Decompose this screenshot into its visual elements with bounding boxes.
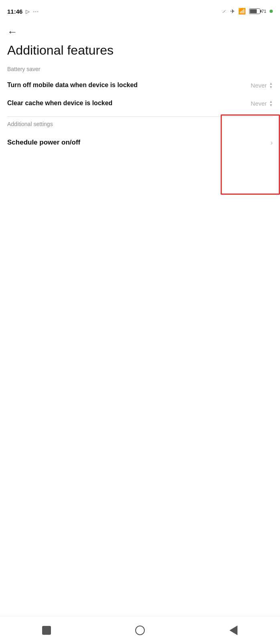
clear-cache-chevron: ▲ ▼ [269, 100, 273, 107]
square-icon [42, 626, 51, 635]
battery-box [249, 8, 260, 14]
home-button[interactable] [128, 622, 152, 638]
back-button[interactable]: ← [7, 26, 18, 37]
section-divider [7, 116, 273, 117]
mobile-data-label: Turn off mobile data when device is lock… [7, 81, 241, 90]
status-time: 11:46 [7, 8, 22, 15]
clear-cache-value: Never [251, 100, 267, 107]
status-right: ⟋ ✈ 📶 71 [221, 8, 273, 15]
circle-icon [135, 626, 145, 635]
back-area: ← [0, 21, 280, 39]
status-bar: 11:46 ▷ ··· ⟋ ✈ 📶 71 [0, 0, 280, 21]
location-icon: ⟋ [221, 8, 227, 14]
schedule-power-chevron: › [270, 139, 273, 147]
clear-cache-control[interactable]: Never ▲ ▼ [241, 100, 273, 107]
battery-container: 71 [249, 8, 266, 14]
additional-settings-label: Additional settings [7, 121, 273, 127]
battery-saver-label: Battery saver [7, 66, 273, 72]
clear-cache-row[interactable]: Clear cache when device is locked Never … [7, 94, 273, 112]
additional-settings-section: Additional settings [0, 121, 280, 127]
mobile-data-value: Never [251, 82, 267, 89]
green-dot [270, 10, 273, 13]
recent-apps-button[interactable] [34, 622, 59, 638]
battery-fill [250, 9, 257, 13]
triangle-icon [229, 626, 237, 635]
mobile-data-chevron: ▲ ▼ [269, 82, 273, 89]
mobile-data-row[interactable]: Turn off mobile data when device is lock… [7, 76, 273, 94]
schedule-power-row[interactable]: Schedule power on/off › [0, 131, 280, 154]
status-left: 11:46 ▷ ··· [7, 8, 39, 15]
clear-cache-label: Clear cache when device is locked [7, 99, 241, 108]
page-title: Additional features [7, 43, 273, 58]
schedule-power-label: Schedule power on/off [7, 139, 80, 147]
battery-level: 71 [262, 9, 266, 14]
airplane-icon: ✈ [230, 8, 235, 14]
more-icon: ··· [33, 8, 39, 14]
battery-saver-section: Battery saver Turn off mobile data when … [0, 66, 280, 112]
play-icon: ▷ [26, 8, 30, 14]
page-title-area: Additional features [0, 39, 280, 66]
battery-saver-settings: Turn off mobile data when device is lock… [7, 76, 273, 112]
bottom-nav [0, 616, 280, 644]
mobile-data-control[interactable]: Never ▲ ▼ [241, 82, 273, 89]
wifi-icon: 📶 [238, 8, 246, 15]
back-nav-button[interactable] [221, 622, 246, 638]
